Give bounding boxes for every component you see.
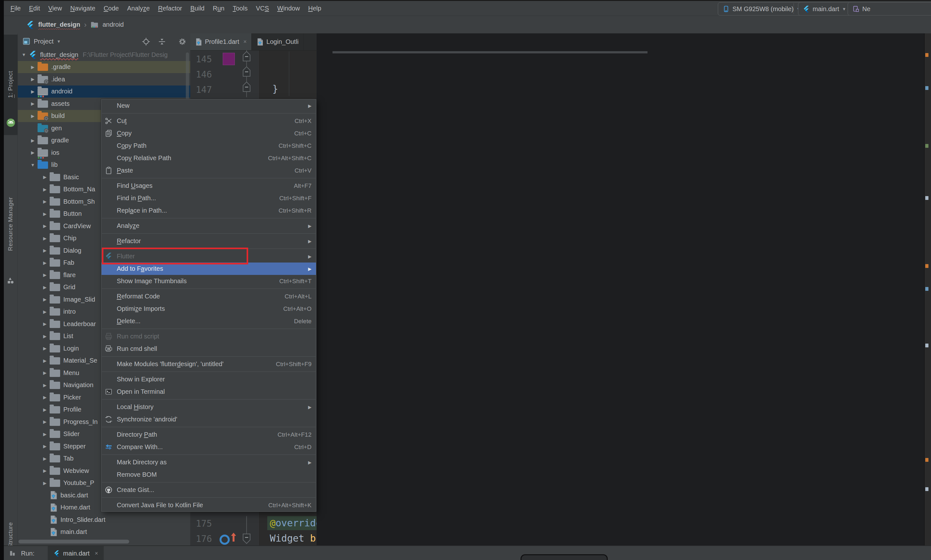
fold-marker-icon[interactable] (242, 82, 251, 92)
tool-window-tab-resource-manager[interactable]: Resource Manager (7, 197, 14, 251)
fold-marker-icon[interactable] (242, 66, 251, 77)
run-tool-window-icon[interactable] (9, 550, 16, 557)
run-config-button[interactable]: main.dart ▼ (798, 2, 851, 15)
menu-item-convert-java-file-to-kotlin-file[interactable]: Convert Java File to Kotlin FileCtrl+Alt… (102, 499, 316, 511)
menu-item-copy-relative-path[interactable]: Copy Relative PathCtrl+Alt+Shift+C (102, 152, 316, 164)
project-view-selector[interactable]: Project (34, 38, 54, 45)
tree-row-android[interactable]: ▶android (18, 86, 190, 98)
chevron-right-icon[interactable]: ▶ (28, 65, 37, 69)
chevron-right-icon[interactable]: ▶ (40, 334, 49, 339)
menu-item-flutter[interactable]: Flutter▶ (102, 250, 316, 263)
editor-tab-profile1-dart[interactable]: Profile1.dart× (190, 33, 252, 50)
navigate-up-icon[interactable] (230, 532, 237, 542)
menu-analyze[interactable]: Analyze (123, 5, 154, 12)
menu-item-synchronize-android[interactable]: Synchronize 'android' (102, 413, 316, 426)
close-icon[interactable]: × (243, 38, 247, 45)
menu-item-analyze[interactable]: Analyze▶ (102, 220, 316, 232)
menu-tools[interactable]: Tools (229, 5, 252, 12)
menu-item-directory-path[interactable]: Directory PathCtrl+Alt+F12 (102, 428, 316, 441)
chevron-right-icon[interactable]: ▶ (40, 260, 49, 265)
menu-code[interactable]: Code (100, 5, 123, 12)
chevron-right-icon[interactable]: ▶ (40, 187, 49, 192)
close-icon[interactable]: × (95, 550, 98, 557)
collapse-all-icon[interactable] (158, 37, 166, 46)
menu-item-replace-in-path[interactable]: Replace in Path...Ctrl+Shift+R (102, 205, 316, 217)
menu-item-delete[interactable]: Delete...Delete (102, 315, 316, 327)
menu-item-show-image-thumbnails[interactable]: Show Image ThumbnailsCtrl+Shift+T (102, 275, 316, 287)
tree-horizontal-scrollbar[interactable] (19, 540, 129, 543)
chevron-right-icon[interactable]: ▶ (40, 297, 49, 302)
android-icon[interactable] (6, 118, 15, 128)
menu-edit[interactable]: Edit (25, 5, 44, 12)
chevron-right-icon[interactable]: ▶ (28, 114, 37, 118)
gear-icon[interactable] (178, 37, 187, 46)
chevron-right-icon[interactable]: ▶ (40, 321, 49, 326)
chevron-right-icon[interactable]: ▶ (40, 456, 49, 461)
chevron-right-icon[interactable]: ▶ (28, 150, 37, 155)
menu-item-cut[interactable]: CutCtrl+X (102, 115, 316, 127)
menu-item-create-gist[interactable]: Create Gist... (102, 484, 316, 496)
editor-tab-login-outli[interactable]: Login_Outli (252, 33, 304, 50)
chevron-right-icon[interactable]: ▶ (40, 468, 49, 473)
menu-item-find-in-path[interactable]: Find in Path...Ctrl+Shift+F (102, 192, 316, 205)
chevron-right-icon[interactable]: ▶ (40, 174, 49, 180)
chevron-right-icon[interactable]: ▶ (40, 444, 49, 449)
chevron-right-icon[interactable]: ▶ (40, 236, 49, 241)
menu-item-make-modules-flutterdesign-untitled[interactable]: Make Modules 'flutterdesign', 'untitled'… (102, 358, 316, 370)
chevron-right-icon[interactable]: ▶ (40, 199, 49, 204)
menu-item-paste[interactable]: PasteCtrl+V (102, 164, 316, 177)
menu-run[interactable]: Run (209, 5, 229, 12)
menu-item-run-cmd-shell[interactable]: CMDRun cmd shell (102, 343, 316, 355)
chevron-right-icon[interactable]: ▶ (28, 101, 37, 106)
menu-item-refactor[interactable]: Refactor▶ (102, 235, 316, 247)
fold-marker-icon[interactable] (242, 51, 251, 62)
chevron-right-icon[interactable]: ▶ (40, 309, 49, 314)
menu-item-compare-with[interactable]: Compare With...Ctrl+D (102, 441, 316, 453)
locate-icon[interactable] (142, 37, 150, 46)
editor-horizontal-scrollbar[interactable] (332, 51, 647, 53)
chevron-down-icon[interactable]: ▼ (28, 162, 37, 168)
chevron-right-icon[interactable]: ▶ (28, 138, 37, 143)
menu-window[interactable]: Window (273, 5, 304, 12)
bottom-popup[interactable] (520, 554, 608, 560)
menu-item-copy-path[interactable]: Copy PathCtrl+Shift+C (102, 140, 316, 152)
chevron-right-icon[interactable]: ▶ (40, 432, 49, 437)
chevron-right-icon[interactable]: ▶ (40, 248, 49, 253)
menu-item-local-history[interactable]: Local History▶ (102, 401, 316, 413)
chevron-right-icon[interactable]: ▶ (40, 370, 49, 375)
menu-item-new[interactable]: New▶ (102, 100, 316, 112)
resource-manager-icon[interactable] (6, 277, 15, 285)
menu-item-open-in-terminal[interactable]: Open in Terminal (102, 386, 316, 398)
chevron-right-icon[interactable]: ▶ (40, 358, 49, 363)
chevron-right-icon[interactable]: ▶ (28, 89, 37, 94)
menu-item-optimize-imports[interactable]: Optimize ImportsCtrl+Alt+O (102, 303, 316, 315)
menu-help[interactable]: Help (304, 5, 325, 12)
chevron-right-icon[interactable]: ▶ (40, 407, 49, 412)
breadcrumb-project[interactable]: flutter_design (38, 21, 80, 28)
chevron-right-icon[interactable]: ▶ (40, 272, 49, 277)
chevron-right-icon[interactable]: ▶ (40, 395, 49, 400)
tree-row-gradle[interactable]: ▶.gradle (18, 61, 190, 74)
chevron-right-icon[interactable]: ▶ (40, 383, 49, 388)
menu-file[interactable]: File (6, 5, 25, 12)
chevron-right-icon[interactable]: ▶ (40, 285, 49, 290)
chevron-right-icon[interactable]: ▶ (40, 211, 49, 217)
menu-item-reformat-code[interactable]: Reformat CodeCtrl+Alt+L (102, 290, 316, 303)
chevron-right-icon[interactable]: ▶ (28, 77, 37, 82)
menu-item-run-cmd-script[interactable]: Run cmd script (102, 330, 316, 343)
menu-navigate[interactable]: Navigate (66, 5, 100, 12)
run-tab-main-dart[interactable]: main.dart × (48, 546, 104, 560)
tree-row-idea[interactable]: ▶.idea (18, 73, 190, 86)
chevron-right-icon[interactable]: ▶ (40, 346, 49, 351)
color-swatch[interactable] (223, 53, 235, 65)
breadcrumb-target[interactable]: android (102, 21, 124, 28)
menu-vcs[interactable]: VCS (252, 5, 273, 12)
menu-item-remove-bom[interactable]: Remove BOM (102, 468, 316, 481)
chevron-down-icon[interactable]: ▼ (19, 52, 29, 57)
override-marker-icon[interactable] (219, 535, 230, 545)
tree-row-flutter-design[interactable]: ▼flutter_designF:\Flutter Project\Flutte… (18, 49, 190, 61)
menu-refactor[interactable]: Refactor (154, 5, 187, 12)
menu-item-mark-directory-as[interactable]: Mark Directory as▶ (102, 456, 316, 468)
tree-row-intro-slider-dart[interactable]: Intro_Slider.dart (18, 514, 190, 526)
device-selector-button[interactable]: SM G925W8 (mobile) ▼ (718, 2, 805, 15)
